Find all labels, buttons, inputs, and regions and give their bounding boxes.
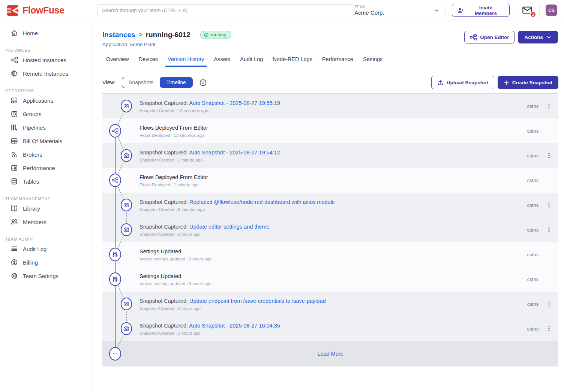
deploy-icon	[112, 177, 118, 184]
application-link[interactable]: Acme Plant	[130, 42, 156, 47]
tab-assets[interactable]: Assets	[212, 53, 233, 67]
status-badge: running	[200, 31, 231, 39]
sidebar-item-label: Performance	[23, 165, 55, 171]
actions-button[interactable]: Actions	[518, 31, 558, 43]
sidebar-item-audit-log[interactable]: Audit Log	[0, 242, 93, 256]
event-meta: Flows Deployed | 13 seconds ago	[140, 133, 208, 138]
sidebar-item-library[interactable]: Library	[0, 202, 93, 215]
team-selector[interactable]: TEAM: Acme Corp.	[354, 5, 440, 16]
main-content: Instances > running-6012 running Applica…	[93, 21, 564, 392]
sidebar-item-applications[interactable]: Applications	[0, 94, 93, 107]
tab-settings[interactable]: Settings	[361, 53, 385, 67]
tab-overview[interactable]: Overview	[104, 53, 131, 67]
create-snapshot-button[interactable]: Create Snapshot	[498, 76, 558, 89]
upload-snapshot-button[interactable]: Upload Snapshot	[431, 76, 494, 89]
toggle-timeline[interactable]: Timeline	[160, 77, 192, 88]
page-title: running-6012	[146, 31, 190, 39]
sidebar-item-team-settings[interactable]: Team Settings	[0, 269, 93, 283]
timeline-row: Settings Updatedproject.settings.updated…	[102, 267, 558, 292]
kebab-menu-icon[interactable]	[546, 102, 552, 110]
snapshot-link[interactable]: Update endpoint from /save-credentials t…	[189, 298, 326, 304]
load-more-row: Load More	[102, 341, 558, 367]
invite-members-button[interactable]: Invite Members	[452, 4, 510, 17]
event-user: cstns	[525, 277, 540, 282]
sidebar-item-label: Members	[23, 219, 46, 225]
event-meta: Snapshot Created | 3 hours ago	[140, 331, 280, 335]
running-status-icon	[204, 32, 209, 37]
event-title: Flows Deployed From Editor	[140, 174, 208, 181]
toggle-snapshots[interactable]: Snapshots	[122, 77, 160, 88]
snapshot-link[interactable]: Auto Snapshot - 2025-08-27 19:55:19	[189, 100, 280, 106]
editor-node-icon	[470, 34, 477, 41]
ellipsis-icon	[112, 351, 118, 357]
kebab-menu-icon[interactable]	[546, 300, 552, 308]
timeline-node	[121, 298, 132, 310]
open-editor-button[interactable]: Open Editor	[464, 31, 514, 43]
sidebar-item-label: Audit Log	[23, 246, 46, 252]
groups-icon	[10, 110, 18, 118]
sidebar-item-tables[interactable]: Tables	[0, 175, 93, 188]
tab-audit-log[interactable]: Audit Log	[238, 53, 265, 67]
snapshot-captured-label: Snapshot Captured:	[140, 199, 189, 205]
notifications-button[interactable]: 2	[522, 6, 533, 15]
status-label: running	[211, 32, 226, 37]
tab-devices[interactable]: Devices	[136, 53, 160, 67]
event-meta: Snapshot Created | 3 hours ago	[140, 232, 270, 236]
sidebar-item-home[interactable]: Home	[0, 26, 93, 40]
tab-version-history[interactable]: Version History	[165, 53, 207, 67]
sidebar-item-label: Applications	[23, 97, 53, 104]
tab-node-red-logs[interactable]: Node-RED Logs	[270, 53, 315, 67]
camera-icon	[123, 325, 130, 332]
brand: FlowFuse	[0, 5, 93, 16]
event-meta: Snapshot Created | 3 hours ago	[140, 306, 326, 311]
open-editor-label: Open Editor	[480, 34, 509, 40]
breadcrumb-instances-link[interactable]: Instances	[102, 31, 135, 39]
chevron-down-icon	[546, 34, 552, 40]
camera-icon	[123, 152, 130, 159]
upload-icon	[437, 79, 444, 86]
timeline-node	[109, 272, 121, 286]
lines-icon	[10, 245, 18, 253]
sidebar-item-bill-of-materials[interactable]: Bill Of Materials	[0, 134, 93, 148]
sidebar-section-operations: OPERATIONS	[0, 88, 93, 94]
snapshot-captured-label: Snapshot Captured:	[140, 150, 189, 156]
sidebar-item-pipelines[interactable]: Pipelines	[0, 121, 93, 134]
kebab-menu-icon[interactable]	[546, 201, 552, 209]
sidebar-item-performance[interactable]: Performance	[0, 161, 93, 175]
brand-name: FlowFuse	[22, 5, 64, 16]
snapshot-link[interactable]: Replaced @flowfuse/node-red-dashboard wi…	[189, 199, 335, 205]
rss-icon	[10, 151, 18, 158]
sidebar-item-hosted-instances[interactable]: Hosted Instances	[0, 53, 93, 67]
sidebar-item-billing[interactable]: Billing	[0, 256, 93, 269]
kebab-menu-icon[interactable]	[546, 226, 552, 233]
chip-icon	[10, 70, 18, 77]
tab-performance[interactable]: Performance	[320, 53, 356, 67]
sidebar-item-label: Bill Of Materials	[23, 138, 62, 144]
event-title: Settings Updated	[140, 273, 212, 280]
kebab-menu-icon[interactable]	[546, 325, 552, 332]
sidebar-item-brokers[interactable]: Brokers	[0, 148, 93, 161]
search-input[interactable]	[98, 4, 354, 16]
avatar[interactable]: CS	[546, 4, 557, 16]
sidebar-item-members[interactable]: Members	[0, 215, 93, 229]
sidebar-item-remote-instances[interactable]: Remote Instances	[0, 67, 93, 80]
snapshot-link[interactable]: Auto Snapshot - 2025-08-27 16:04:35	[189, 323, 280, 329]
load-more-link[interactable]: Load More	[102, 351, 558, 357]
timeline-row: Snapshot Captured: Update editor setting…	[102, 217, 558, 242]
event-title: Flows Deployed From Editor	[140, 124, 208, 132]
sidebar-item-groups[interactable]: Groups	[0, 107, 93, 121]
kebab-menu-icon[interactable]	[546, 152, 552, 159]
event-user: cstns	[525, 252, 540, 257]
book-icon	[10, 205, 18, 212]
info-icon[interactable]	[199, 79, 207, 87]
gear-icon	[10, 272, 18, 280]
applications-icon	[10, 97, 18, 104]
sidebar-item-label: Groups	[23, 111, 41, 117]
event-user: cstns	[525, 128, 540, 134]
home-icon	[10, 29, 18, 37]
snapshot-link[interactable]: Update editor settings and theme	[189, 224, 270, 230]
flowfuse-logo-icon	[7, 5, 20, 16]
event-user: cstns	[525, 178, 540, 183]
sidebar-item-label: Billing	[23, 259, 38, 266]
snapshot-link[interactable]: Auto Snapshot - 2025-08-27 19:54:12	[189, 150, 280, 156]
